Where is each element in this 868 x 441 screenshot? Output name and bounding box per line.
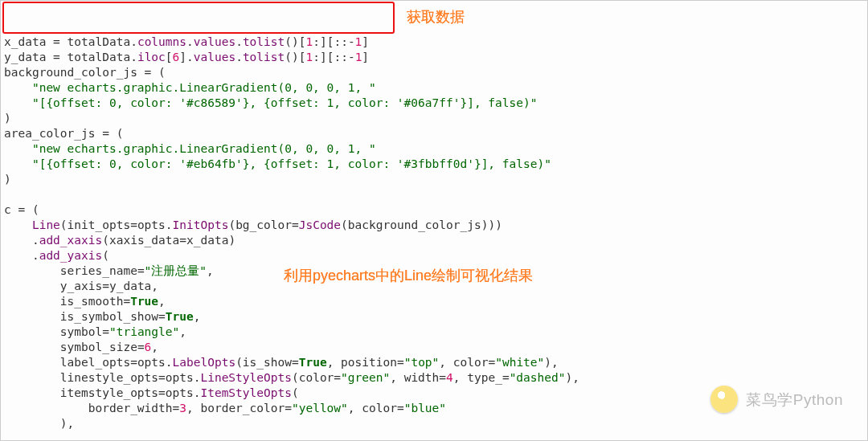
code-content: x_data = totalData.columns.values.tolist…: [4, 35, 867, 431]
code-line: border_width=3, border_color="yellow", c…: [4, 401, 867, 416]
highlight-box: [2, 2, 395, 34]
code-line: .add_yaxis(: [4, 248, 867, 263]
code-line: .add_xaxis(xaxis_data=x_data): [4, 233, 867, 248]
annotation-get-data: 获取数据: [407, 10, 465, 25]
code-line: series_name="注册总量",: [4, 263, 867, 279]
code-line: y_axis=y_data,: [4, 279, 867, 294]
code-line: linestyle_opts=opts.LineStyleOpts(color=…: [4, 370, 867, 386]
code-line: "new echarts.graphic.LinearGradient(0, 0…: [4, 80, 867, 96]
code-line: [4, 187, 867, 202]
code-line: "new echarts.graphic.LinearGradient(0, 0…: [4, 141, 867, 157]
code-line: ),: [4, 416, 867, 431]
code-line: c = (: [4, 202, 867, 218]
code-line: Line(init_opts=opts.InitOpts(bg_color=Js…: [4, 218, 867, 233]
code-line: is_smooth=True,: [4, 294, 867, 309]
code-line: label_opts=opts.LabelOpts(is_show=True, …: [4, 355, 867, 370]
code-line: symbol_size=6,: [4, 340, 867, 355]
code-line: area_color_js = (: [4, 126, 867, 141]
code-block: x_data = totalData.columns.values.tolist…: [0, 0, 868, 441]
code-line: "[{offset: 0, color: '#c86589'}, {offset…: [4, 96, 867, 111]
code-line: symbol="triangle",: [4, 325, 867, 340]
code-line: y_data = totalData.iloc[6].values.tolist…: [4, 50, 867, 65]
code-line: ): [4, 172, 867, 187]
code-line: "[{offset: 0, color: '#eb64fb'}, {offset…: [4, 157, 867, 172]
code-line: ): [4, 111, 867, 126]
code-line: background_color_js = (: [4, 65, 867, 80]
code-line: itemstyle_opts=opts.ItemStyleOpts(: [4, 386, 867, 401]
code-line: is_symbol_show=True,: [4, 309, 867, 325]
code-line: x_data = totalData.columns.values.tolist…: [4, 35, 867, 50]
